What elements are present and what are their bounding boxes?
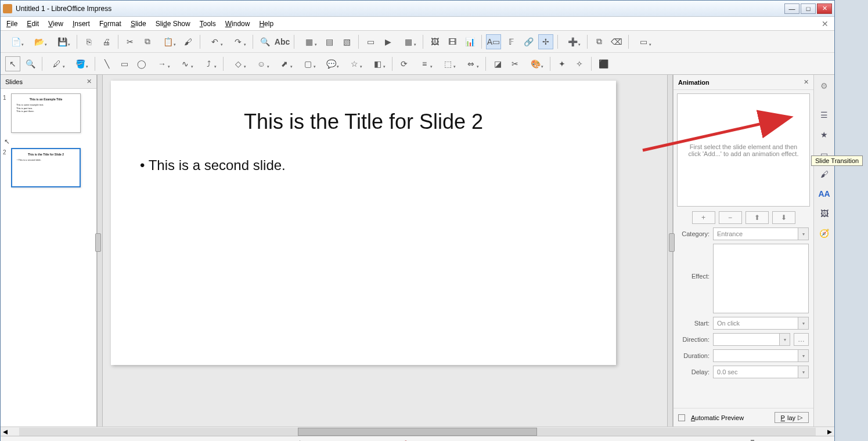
ellipse-tool-button[interactable]: ◯ (134, 56, 149, 71)
grid-button[interactable]: ▦ (298, 34, 319, 49)
glue-points-button[interactable]: ✧ (572, 56, 587, 71)
minimize-button[interactable]: — (784, 3, 799, 14)
arrow-tool-button[interactable]: → (152, 56, 172, 71)
filter-button[interactable]: 🎨 (525, 56, 546, 71)
save-button[interactable]: 💾 (52, 34, 73, 49)
print-button[interactable]: 🖨 (99, 34, 114, 49)
duration-input[interactable]: ▾ (713, 349, 809, 362)
duplicate-slide-button[interactable]: ⧉ (592, 34, 607, 49)
slide-layout-button[interactable]: ▭ (633, 34, 654, 49)
undo-button[interactable]: ↶ (204, 34, 225, 49)
effect-list[interactable] (713, 244, 809, 313)
slide-canvas[interactable]: This is the Title for Slide 2 • This is … (111, 81, 616, 365)
show-draw-functions-button[interactable]: ✢ (538, 34, 553, 49)
menu-slideshow[interactable]: Slide Show (156, 20, 190, 28)
styles-tab-icon[interactable]: 🖌 (817, 167, 832, 182)
display-views-button[interactable]: ▧ (339, 34, 354, 49)
clone-format-button[interactable]: 🖌 (181, 34, 196, 49)
spellcheck-button[interactable]: Abc (275, 34, 290, 49)
fill-color-button[interactable]: 🪣 (70, 56, 91, 71)
callout-button[interactable]: 💬 (320, 56, 341, 71)
insert-av-button[interactable]: 🎞 (445, 34, 460, 49)
distribute-button[interactable]: ⇔ (460, 56, 481, 71)
animation-list[interactable]: First select the slide element and then … (677, 93, 810, 207)
find-button[interactable]: 🔍 (257, 34, 272, 49)
category-select[interactable]: Entrance▾ (713, 227, 809, 240)
insert-chart-button[interactable]: 📊 (462, 34, 477, 49)
animation-tab-icon[interactable]: ★ (817, 127, 832, 142)
menu-insert[interactable]: Insert (73, 20, 90, 28)
cut-button[interactable]: ✂ (123, 34, 138, 49)
delay-input[interactable]: 0.0 sec▾ (713, 366, 809, 378)
rotate-button[interactable]: ⟳ (397, 56, 412, 71)
slide-thumb-2[interactable]: 2 This is the Title for Slide 2 • This i… (3, 148, 94, 187)
close-button[interactable]: ✕ (817, 3, 832, 14)
menu-view[interactable]: View (48, 20, 63, 28)
copy-button[interactable]: ⧉ (140, 34, 155, 49)
points-button[interactable]: ✦ (554, 56, 570, 71)
maximize-button[interactable]: □ (801, 3, 816, 14)
align-button[interactable]: ≡ (414, 56, 435, 71)
direction-options-button[interactable]: … (794, 333, 809, 346)
move-down-button[interactable]: ⬇ (772, 211, 795, 224)
menu-tools[interactable]: Tools (200, 20, 216, 28)
right-splitter[interactable] (667, 75, 673, 426)
navigator-tab-icon[interactable]: 🧭 (817, 226, 832, 241)
animation-panel-close-icon[interactable]: ✕ (804, 78, 809, 86)
redo-button[interactable]: ↷ (228, 34, 248, 49)
play-button[interactable]: Play ▷ (775, 412, 809, 423)
shadow-button[interactable]: ◪ (490, 56, 505, 71)
3d-objects-button[interactable]: ◧ (367, 56, 388, 71)
slide-title-text[interactable]: This is the Title for Slide 2 (140, 110, 587, 134)
insert-hyperlink-button[interactable]: 🔗 (521, 34, 536, 49)
new-doc-button[interactable]: 📄 (5, 34, 26, 49)
open-button[interactable]: 📂 (28, 34, 49, 49)
doc-close-icon[interactable]: ✕ (822, 19, 829, 28)
master-slide-button[interactable]: ▭ (363, 34, 378, 49)
menu-slide[interactable]: Slide (131, 20, 146, 28)
arrange-button[interactable]: ⬚ (437, 56, 458, 71)
line-tool-button[interactable]: ╲ (99, 56, 114, 71)
auto-preview-checkbox[interactable] (678, 414, 685, 421)
gallery-tab-icon[interactable]: 🖼 (817, 206, 832, 221)
new-slide-button[interactable]: ➕ (562, 34, 583, 49)
insert-image-button[interactable]: 🖼 (427, 34, 442, 49)
extrusion-button[interactable]: ⬛ (596, 56, 611, 71)
canvas-container[interactable]: This is the Title for Slide 2 • This is … (103, 75, 667, 426)
menu-edit[interactable]: Edit (27, 20, 39, 28)
line-color-button[interactable]: 🖊 (46, 56, 67, 71)
layout-button[interactable]: ▤ (322, 34, 337, 49)
insert-textbox-button[interactable]: A▭ (486, 34, 501, 49)
sidebar-settings-icon[interactable]: ⚙ (817, 78, 832, 93)
menu-help[interactable]: Help (259, 20, 273, 28)
properties-tab-icon[interactable]: ☰ (817, 107, 832, 122)
menu-format[interactable]: Format (99, 20, 121, 28)
curve-tool-button[interactable]: ∿ (175, 56, 196, 71)
export-pdf-button[interactable]: ⎘ (81, 34, 96, 49)
stars-button[interactable]: ☆ (344, 56, 365, 71)
symbol-shapes-button[interactable]: ☺ (251, 56, 272, 71)
direction-select[interactable]: ▾ (713, 333, 790, 346)
start-select[interactable]: On click▾ (713, 317, 809, 330)
zoom-tool-button[interactable]: 🔍 (23, 56, 38, 71)
basic-shapes-button[interactable]: ◇ (228, 56, 248, 71)
start-first-button[interactable]: ▶ (380, 34, 395, 49)
connector-tool-button[interactable]: ⤴ (198, 56, 219, 71)
add-animation-button[interactable]: + (692, 211, 715, 224)
flowchart-button[interactable]: ▢ (297, 56, 318, 71)
paste-button[interactable]: 📋 (157, 34, 178, 49)
menu-window[interactable]: Window (225, 20, 250, 28)
select-tool-button[interactable]: ↖ (5, 56, 20, 71)
slide-bullet-text[interactable]: • This is a second slide. (140, 157, 587, 173)
rect-tool-button[interactable]: ▭ (117, 56, 132, 71)
move-up-button[interactable]: ⬆ (745, 211, 769, 224)
menu-file[interactable]: File (6, 20, 17, 28)
horizontal-scrollbar[interactable]: ◂ ▸ (1, 426, 834, 436)
insert-table-button[interactable]: ▦ (398, 34, 419, 49)
insert-fontwork-button[interactable]: 𝔽 (503, 34, 518, 49)
delete-slide-button[interactable]: ⌫ (609, 34, 624, 49)
slide-thumb-1[interactable]: 1 This is an Example Title This is some … (3, 93, 94, 133)
master-slides-tab-icon[interactable]: AA (817, 186, 832, 201)
crop-button[interactable]: ✂ (507, 56, 523, 71)
slides-panel-close-icon[interactable]: ✕ (87, 78, 92, 85)
